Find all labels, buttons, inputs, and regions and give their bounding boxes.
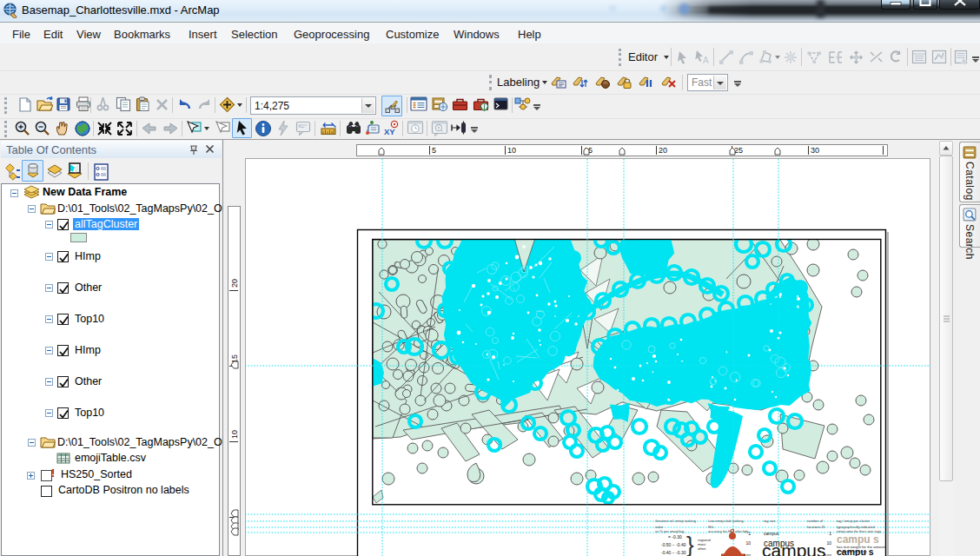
svg-text:campus: campus: [764, 531, 779, 536]
svg-text:accuracy for HLL else hdg: accuracy for HLL else hdg: [708, 529, 748, 533]
svg-text:10: 10: [745, 540, 751, 546]
svg-text:campu s: campu s: [837, 546, 874, 556]
svg-text:locations ID: locations ID: [807, 525, 825, 529]
svg-text:campu s: campu s: [837, 533, 879, 546]
svg-text:number of: number of: [807, 519, 824, 523]
svg-text:tag / emoji per cluster: tag / emoji per cluster: [837, 519, 871, 523]
svg-text:10: 10: [826, 540, 831, 546]
svg-text:campus: campus: [762, 540, 826, 556]
svg-text:}: }: [686, 532, 694, 556]
svg-text:A: A: [703, 56, 709, 65]
svg-text:tag size: tag size: [764, 519, 777, 523]
svg-text:as % per emoji/tag: as % per emoji/tag: [655, 529, 684, 533]
svg-text:= -0.30: = -0.30: [668, 534, 682, 539]
svg-text:-0.40 − -0.30: -0.40 − -0.30: [661, 550, 686, 555]
svg-text:XY: XY: [384, 127, 395, 136]
svg-text:1: 1: [829, 531, 831, 536]
svg-text:Low emoji club ranking: Low emoji club ranking: [708, 519, 744, 523]
svg-text:Greatest rel. emoji ranking: Greatest rel. emoji ranking: [655, 519, 696, 523]
svg-text:1: 1: [748, 531, 751, 536]
svg-text:-0.50 − -0.40: -0.50 − -0.40: [661, 542, 686, 547]
svg-text:often: often: [698, 546, 706, 551]
